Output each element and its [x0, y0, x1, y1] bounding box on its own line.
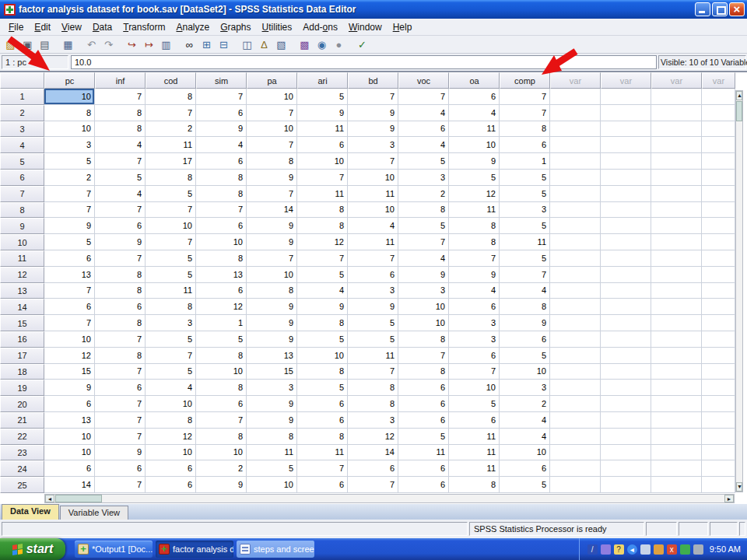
cell-12-bd[interactable]: 6 — [348, 267, 398, 283]
find-icon[interactable]: ∞ — [181, 37, 198, 52]
cell-10-sim[interactable]: 10 — [196, 234, 247, 250]
row-header-3[interactable]: 3 — [0, 121, 44, 138]
cell-8-cod[interactable]: 7 — [146, 202, 196, 219]
cell-9-inf[interactable]: 6 — [95, 218, 146, 234]
cell-10-bd[interactable]: 11 — [348, 234, 398, 250]
cell-12-var[interactable] — [702, 267, 735, 283]
cell-19-pc[interactable]: 9 — [44, 380, 95, 396]
cell-24-var[interactable] — [651, 460, 702, 477]
cell-22-ari[interactable]: 8 — [297, 429, 348, 445]
cell-22-sim[interactable]: 8 — [196, 429, 247, 445]
cell-7-pa[interactable]: 7 — [247, 186, 297, 202]
cell-21-comp[interactable]: 4 — [500, 412, 550, 429]
cell-2-inf[interactable]: 8 — [95, 105, 146, 121]
cell-16-ari[interactable]: 5 — [297, 331, 348, 348]
cell-17-cod[interactable]: 7 — [146, 348, 196, 364]
value-labels-icon[interactable]: ▩ — [296, 37, 313, 52]
close-button[interactable] — [729, 2, 745, 16]
goto-variable-icon[interactable]: ↦ — [141, 37, 157, 52]
cell-13-var[interactable] — [702, 283, 735, 299]
cell-2-pc[interactable]: 8 — [44, 105, 95, 121]
cell-16-var[interactable] — [702, 331, 735, 348]
cell-25-oa[interactable]: 8 — [449, 477, 500, 493]
cell-17-var[interactable] — [651, 348, 702, 364]
cell-21-var[interactable] — [702, 412, 735, 429]
row-header-1[interactable]: 1 — [0, 89, 44, 105]
cell-19-voc[interactable]: 6 — [398, 380, 449, 396]
cell-5-var[interactable] — [702, 153, 735, 170]
cell-25-sim[interactable]: 9 — [196, 477, 247, 493]
cell-8-var[interactable] — [702, 202, 735, 219]
row-header-23[interactable]: 23 — [0, 445, 44, 461]
cell-2-oa[interactable]: 4 — [449, 105, 500, 121]
cell-15-ari[interactable]: 8 — [297, 315, 348, 331]
cell-6-oa[interactable]: 5 — [449, 170, 500, 186]
row-header-16[interactable]: 16 — [0, 331, 44, 348]
cell-3-pc[interactable]: 10 — [44, 121, 95, 138]
cell-23-var[interactable] — [651, 445, 702, 461]
cell-7-oa[interactable]: 12 — [449, 186, 500, 202]
cell-3-cod[interactable]: 2 — [146, 121, 196, 138]
cell-14-pc[interactable]: 6 — [44, 299, 95, 315]
mute-icon[interactable] — [693, 544, 703, 555]
cell-4-var[interactable] — [702, 137, 735, 153]
cell-25-pc[interactable]: 14 — [44, 477, 95, 493]
cell-25-var[interactable] — [601, 477, 651, 493]
cell-16-cod[interactable]: 5 — [146, 331, 196, 348]
cell-6-pc[interactable]: 2 — [44, 170, 95, 186]
column-header-ari[interactable]: ari — [297, 72, 348, 89]
cell-3-bd[interactable]: 9 — [348, 121, 398, 138]
cell-17-pa[interactable]: 13 — [247, 348, 297, 364]
cell-11-var[interactable] — [550, 250, 601, 267]
cell-20-var[interactable] — [702, 396, 735, 412]
cell-1-comp[interactable]: 7 — [500, 89, 550, 105]
cell-16-voc[interactable]: 8 — [398, 331, 449, 348]
start-button[interactable]: start — [0, 538, 65, 560]
cell-3-comp[interactable]: 8 — [500, 121, 550, 138]
row-header-5[interactable]: 5 — [0, 153, 44, 170]
cell-8-oa[interactable]: 11 — [449, 202, 500, 219]
cell-16-bd[interactable]: 5 — [348, 331, 398, 348]
cell-7-var[interactable] — [550, 186, 601, 202]
cell-16-oa[interactable]: 3 — [449, 331, 500, 348]
cell-1-pa[interactable]: 10 — [247, 89, 297, 105]
row-header-11[interactable]: 11 — [0, 250, 44, 267]
row-header-4[interactable]: 4 — [0, 137, 44, 153]
cell-5-pa[interactable]: 8 — [247, 153, 297, 170]
scroll-right-icon[interactable]: ► — [724, 495, 734, 502]
network-monitor-icon[interactable] — [640, 544, 651, 555]
vertical-scroll-thumb[interactable] — [736, 101, 742, 121]
cell-15-cod[interactable]: 3 — [146, 315, 196, 331]
menu-window[interactable]: Window — [343, 20, 388, 34]
cell-16-var[interactable] — [651, 331, 702, 348]
cell-1-oa[interactable]: 6 — [449, 89, 500, 105]
cell-21-voc[interactable]: 6 — [398, 412, 449, 429]
cell-editor-field[interactable]: 10.0 — [71, 55, 657, 69]
row-header-6[interactable]: 6 — [0, 170, 44, 186]
cell-19-inf[interactable]: 6 — [95, 380, 146, 396]
cell-23-ari[interactable]: 11 — [297, 445, 348, 461]
cell-18-var[interactable] — [550, 364, 601, 380]
menu-data[interactable]: Data — [87, 20, 117, 34]
cell-11-ari[interactable]: 7 — [297, 250, 348, 267]
cell-15-voc[interactable]: 10 — [398, 315, 449, 331]
cell-17-var[interactable] — [550, 348, 601, 364]
cell-18-sim[interactable]: 10 — [196, 364, 247, 380]
cell-21-pc[interactable]: 13 — [44, 412, 95, 429]
cell-10-pc[interactable]: 5 — [44, 234, 95, 250]
cell-8-inf[interactable]: 7 — [95, 202, 146, 219]
column-header-var[interactable]: var — [702, 72, 735, 89]
cell-17-pc[interactable]: 12 — [44, 348, 95, 364]
row-header-24[interactable]: 24 — [0, 460, 44, 477]
cell-19-var[interactable] — [651, 380, 702, 396]
cell-13-bd[interactable]: 3 — [348, 283, 398, 299]
cell-3-var[interactable] — [601, 121, 651, 138]
column-header-pa[interactable]: pa — [247, 72, 297, 89]
cell-4-voc[interactable]: 4 — [398, 137, 449, 153]
cell-10-var[interactable] — [550, 234, 601, 250]
cell-1-bd[interactable]: 7 — [348, 89, 398, 105]
cell-10-comp[interactable]: 11 — [500, 234, 550, 250]
cell-16-var[interactable] — [550, 331, 601, 348]
row-header-22[interactable]: 22 — [0, 429, 44, 445]
cell-25-var[interactable] — [702, 477, 735, 493]
